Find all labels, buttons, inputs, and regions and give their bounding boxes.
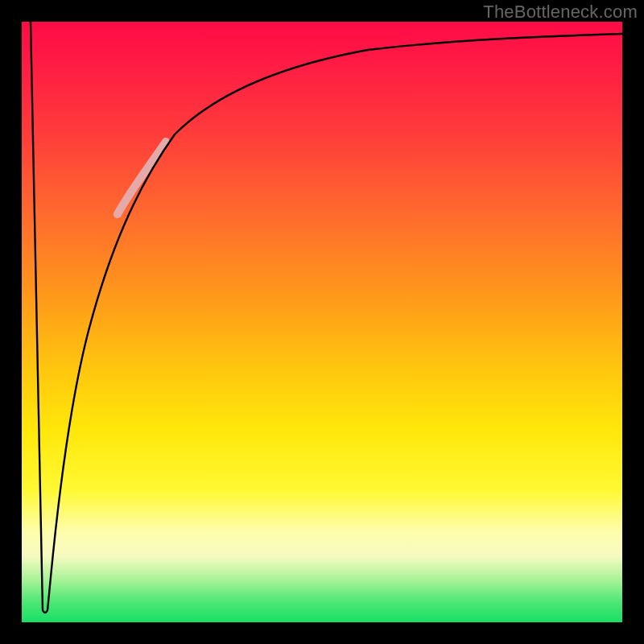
chart-frame: TheBottleneck.com xyxy=(0,0,644,644)
highlight-segment xyxy=(118,142,166,214)
watermark-label: TheBottleneck.com xyxy=(483,2,638,23)
curve-svg xyxy=(22,22,622,622)
plot-area xyxy=(22,22,622,622)
bottleneck-curve xyxy=(31,22,622,613)
